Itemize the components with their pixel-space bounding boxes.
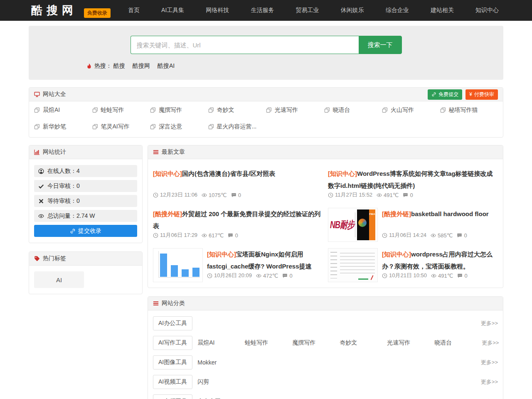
views-icon — [431, 233, 436, 238]
category-row: AI图像工具 Mokker 更多>> — [153, 355, 498, 369]
article-meta: 10月21日 10:50 491℃ 0 — [382, 272, 472, 279]
stat-reviewed-today: 今日审核：0 — [34, 180, 137, 192]
category-ai-audio[interactable]: AI音频工具 — [153, 394, 192, 399]
submit-listing-button[interactable]: 提交收录 — [34, 225, 137, 237]
search-button[interactable]: 搜索一下 — [359, 36, 402, 54]
comments-icon — [231, 192, 236, 198]
more-link[interactable]: 更多>> — [481, 359, 498, 366]
article-thumbnail-basketball[interactable]: NB耐步 FIBA — [328, 208, 378, 242]
tag-icon — [34, 256, 40, 261]
copy-icon — [92, 124, 98, 130]
site-link[interactable]: 新华妙笔 — [34, 123, 92, 131]
cross-icon — [38, 198, 44, 204]
site-link[interactable]: 星火内容运营... — [208, 123, 266, 131]
site-logo[interactable]: 酷搜网 — [31, 3, 77, 18]
free-submit-button[interactable]: 免费提交 — [428, 89, 462, 100]
article-item: [知识中心]wordpress占用内容过大怎么办？亲测有效，宝塔面板教程。 10… — [328, 243, 498, 283]
nav-item-trade-industry[interactable]: 贸易工业 — [296, 7, 319, 14]
views-icon — [377, 192, 382, 198]
copy-icon — [208, 124, 214, 130]
category-site-link[interactable]: 光速写作 — [387, 339, 434, 347]
category-site-link[interactable]: 魔撰写作 — [292, 339, 340, 347]
user-icon — [38, 168, 44, 174]
hot-search-link[interactable]: 酷搜网 — [133, 62, 150, 70]
site-link[interactable]: 秘塔写作猫 — [440, 106, 498, 114]
nav-item-ai-tools[interactable]: AI工具集 — [161, 7, 184, 14]
site-directory-card: 网站大全 免费提交 ¥付费快审 晨煊AI 蛙蛙写作 魔撰写作 奇妙文 光速写作 … — [29, 87, 503, 138]
comments-icon — [228, 233, 233, 238]
category-site-link[interactable]: 奇妙文 — [340, 339, 387, 347]
nav-item-home[interactable]: 首页 — [128, 7, 140, 14]
category-site-link[interactable]: 晓语台 — [434, 339, 482, 347]
clock-icon — [207, 273, 212, 278]
latest-articles-card: 最新文章 [知识中心]国内(包含港澳台)省市县/区对照表 12月23日 11:0… — [148, 145, 503, 288]
stats-title: 网站统计 — [43, 148, 66, 156]
article-meta: 10月26日 20:09 472℃ 0 — [207, 272, 297, 279]
copy-icon — [208, 107, 214, 113]
monitor-icon — [34, 91, 40, 97]
copy-icon — [34, 107, 40, 113]
hot-tags-card: 热门标签 AI — [29, 251, 143, 294]
category-site-link[interactable]: Mokker — [197, 359, 245, 366]
latest-articles-title: 最新文章 — [162, 148, 185, 156]
stat-online-users: 在线人数：4 — [34, 165, 137, 177]
hot-search-link[interactable]: 酷搜AI — [158, 62, 175, 70]
site-link[interactable]: 笔灵AI写作 — [92, 123, 150, 131]
article-title[interactable]: [酷搜外链]basketball hardwood floor — [382, 208, 498, 220]
category-ai-video[interactable]: AI视频工具 — [153, 375, 192, 389]
stat-total-visits: 总访问量：2.74 W — [34, 210, 137, 222]
more-link[interactable]: 更多>> — [482, 339, 499, 347]
nav-item-network-tech[interactable]: 网络科技 — [206, 7, 229, 14]
search-section: 搜索一下 热搜： 酷搜 酷搜网 酷搜AI — [29, 26, 503, 80]
clock-icon — [153, 192, 158, 198]
article-title[interactable]: [知识中心]WordPress博客系统如何将文章tag标签链接改成数字id.ht… — [328, 167, 498, 192]
category-site-link[interactable]: 闪剪 — [197, 378, 245, 386]
paid-review-button[interactable]: ¥付费快审 — [466, 89, 498, 100]
free-listing-badge[interactable]: 免费收录 — [84, 8, 111, 18]
stats-header: 网站统计 — [29, 145, 142, 159]
site-link[interactable]: 奇妙文 — [208, 106, 266, 114]
category-row: AI视频工具 闪剪 更多>> — [153, 375, 498, 389]
article-title[interactable]: [知识中心]国内(包含港澳台)省市县/区对照表 — [153, 167, 323, 180]
search-input[interactable] — [131, 36, 359, 54]
article-meta: 11月06日 17:29 617℃ 0 — [153, 232, 242, 239]
category-site-link[interactable]: 蛙蛙写作 — [245, 339, 292, 347]
site-categories-title: 网站分类 — [162, 300, 185, 307]
more-link[interactable]: 更多>> — [481, 378, 498, 386]
category-ai-writing[interactable]: AI写作工具 — [153, 336, 192, 350]
category-ai-image[interactable]: AI图像工具 — [153, 355, 192, 369]
site-link[interactable]: 魔撰写作 — [150, 106, 208, 114]
article-thumbnail-chart[interactable] — [153, 248, 203, 282]
nav-item-leisure[interactable]: 休闲娱乐 — [341, 7, 364, 14]
category-ai-office[interactable]: AI办公工具 — [153, 316, 192, 330]
comments-icon — [457, 273, 463, 278]
nav-item-life-services[interactable]: 生活服务 — [251, 7, 274, 14]
nav-item-knowledge[interactable]: 知识中心 — [475, 7, 499, 14]
site-link[interactable]: 光速写作 — [266, 106, 324, 114]
tag-ai[interactable]: AI — [34, 271, 84, 288]
article-meta: 11月27日 15:52 491℃ 0 — [328, 191, 417, 199]
category-row: AI写作工具 晨煊AI 蛙蛙写作 魔撰写作 奇妙文 光速写作 晓语台 更多>> — [153, 336, 498, 350]
article-thumbnail-panel[interactable] — [328, 248, 378, 282]
list-icon — [153, 300, 159, 306]
site-link[interactable]: 深言达意 — [150, 123, 208, 131]
category-site-link[interactable]: 晨煊AI — [197, 339, 245, 347]
nav-item-enterprise[interactable]: 综合企业 — [386, 7, 409, 14]
site-link[interactable]: 蛙蛙写作 — [92, 106, 150, 114]
comments-icon — [457, 233, 462, 238]
site-link[interactable]: 晨煊AI — [34, 106, 92, 114]
article-meta: 12月23日 11:06 1075℃ 0 — [153, 191, 245, 199]
article-item: [酷搜外链]外贸超过 200 个最新免费目录提交的经过验证的列表 11月06日 … — [153, 203, 323, 243]
site-link[interactable]: 晓语台 — [324, 106, 382, 114]
article-title[interactable]: [酷搜外链]外贸超过 200 个最新免费目录提交的经过验证的列表 — [153, 208, 323, 232]
hot-search-link[interactable]: 酷搜 — [113, 62, 125, 70]
comments-icon — [282, 273, 288, 278]
article-title[interactable]: [知识中心]wordpress占用内容过大怎么办？亲测有效，宝塔面板教程。 — [382, 248, 498, 272]
nav-item-site-building[interactable]: 建站相关 — [431, 7, 454, 14]
article-title[interactable]: [知识中心]宝塔面板Nginx如何启用fastcgi_cache缓存? Word… — [207, 248, 323, 272]
views-icon — [202, 192, 207, 198]
hot-search-label: 热搜： — [94, 62, 112, 70]
site-link[interactable]: 火山写作 — [382, 106, 440, 114]
link-icon — [431, 92, 436, 97]
more-link[interactable]: 更多>> — [481, 320, 498, 327]
